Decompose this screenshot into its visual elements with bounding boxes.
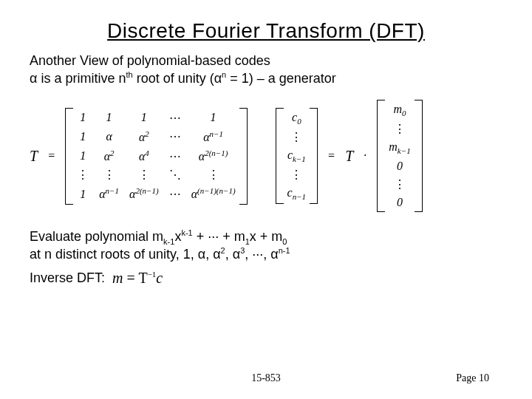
inverse-label: Inverse DFT:	[30, 270, 105, 286]
poly2-supn1: n-1	[279, 246, 290, 255]
inverse-dft-row: Inverse DFT: m = T−1c	[30, 270, 502, 287]
equals-2: =	[325, 149, 338, 163]
polynomial-line-1: Evaluate polynomial mk-1xk-1 + ··· + m1x…	[30, 228, 502, 246]
intro-line-2: α is a primitive nth root of unity (αn =…	[30, 70, 502, 86]
matrix-equation: T = 111⋯1 1αα2⋯αn−1 1α2α4⋯α2(n−1) ⋮⋮⋮⋱⋮ …	[30, 100, 502, 212]
dot-op: ·	[361, 149, 369, 163]
inv-c: c	[156, 270, 163, 286]
matrix-T: 111⋯1 1αα2⋯αn−1 1α2α4⋯α2(n−1) ⋮⋮⋮⋱⋮ 1αn−…	[65, 108, 247, 205]
poly-sub-k1: k-1	[163, 237, 174, 246]
intro2-suffix: = 1) – a generator	[226, 71, 336, 86]
intro2-th: th	[126, 70, 132, 79]
var-T-right: T	[345, 148, 353, 165]
poly2-c1: , α	[225, 247, 240, 262]
var-T-left: T	[30, 148, 38, 165]
page-number: Page 10	[456, 372, 489, 384]
inverse-formula: m = T−1c	[112, 270, 163, 287]
vector-m: m0 ⋮ mk−1 0 ⋮ 0	[377, 100, 422, 212]
inv-sup: −1	[148, 270, 157, 279]
poly-prefix: Evaluate polynomial m	[30, 229, 163, 244]
poly2-prefix: at n distinct roots of unity, 1, α, α	[30, 247, 221, 262]
equals-1: =	[45, 149, 58, 163]
course-number: 15-853	[251, 372, 281, 384]
intro2-mid: root of unity (α	[133, 71, 222, 86]
poly-sup-k1: k-1	[181, 228, 192, 237]
inv-m: m	[112, 270, 123, 286]
poly2-dots: , ···, α	[245, 247, 278, 262]
polynomial-line-2: at n distinct roots of unity, 1, α, α2, …	[30, 246, 502, 262]
poly-sub-0: 0	[282, 237, 287, 246]
slide-footer: 15-853 Page 10	[0, 372, 532, 384]
vector-c: c0 ⋮ ck−1 ⋮ cn−1	[276, 108, 318, 205]
intro-line-1: Another View of polynomial-based codes	[30, 53, 502, 69]
poly-x-m: x + m	[250, 229, 283, 244]
page-title: Discrete Fourier Transform (DFT)	[30, 19, 502, 43]
inv-eq-T: = T	[123, 270, 147, 286]
intro2-prefix: α is a primitive n	[30, 71, 126, 86]
poly-mid: + ··· + m	[193, 229, 245, 244]
